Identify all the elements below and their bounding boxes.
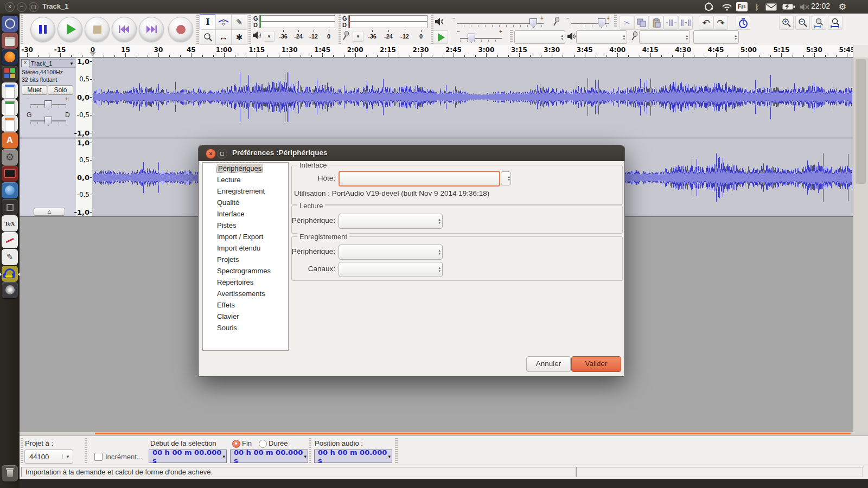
launcher-item-workspace-switcher[interactable] bbox=[2, 66, 18, 82]
multi-tool-button[interactable]: ✱ bbox=[231, 29, 247, 45]
vertical-scale-left-channel[interactable]: 1,00,50,0-0,5-1,0 bbox=[76, 57, 93, 137]
category-item-enregistrement[interactable]: Enregistrement bbox=[203, 185, 288, 197]
category-item-spectrogrammes[interactable]: Spectrogrammes bbox=[203, 265, 288, 277]
dialog-maximize-button[interactable] bbox=[217, 149, 227, 159]
fit-project-button[interactable] bbox=[828, 16, 843, 30]
end-grip[interactable] bbox=[395, 438, 398, 463]
host-select[interactable] bbox=[339, 171, 500, 187]
ok-button[interactable]: Valider bbox=[571, 356, 621, 372]
snap-checkbox[interactable] bbox=[94, 453, 103, 461]
track-menu-button[interactable]: Track_1 ▼ bbox=[29, 59, 75, 68]
launcher-item-libreoffice-writer[interactable] bbox=[2, 82, 18, 99]
category-item-avertissements[interactable]: Avertissements bbox=[203, 288, 288, 299]
snap-grip[interactable] bbox=[85, 438, 87, 463]
launcher-item-trash[interactable] bbox=[2, 465, 18, 481]
category-item-interface[interactable]: Interface bbox=[203, 208, 288, 220]
category-item-import-tendu[interactable]: Import étendu bbox=[203, 242, 288, 254]
project-rate-select[interactable]: 44100 ▼ bbox=[24, 450, 73, 464]
recording-device-select[interactable]: ▴▾ bbox=[639, 30, 690, 44]
timeshift-tool-button[interactable]: ↔ bbox=[215, 29, 232, 45]
battery-icon[interactable] bbox=[782, 2, 795, 11]
playback-device-combo[interactable]: ▴▾ bbox=[339, 214, 443, 229]
paste-button[interactable] bbox=[649, 16, 663, 30]
stop-button[interactable] bbox=[85, 17, 110, 42]
silence-audio-button[interactable] bbox=[678, 16, 693, 30]
recording-meter-right-bar[interactable] bbox=[348, 22, 427, 28]
playback-meter-dropdown[interactable]: ▼ bbox=[264, 31, 275, 42]
clock[interactable]: 22:02 bbox=[811, 2, 830, 10]
channels-combo[interactable]: ▴▾ bbox=[339, 262, 443, 277]
launcher-item-disk-utility[interactable] bbox=[2, 282, 18, 298]
launcher-item-thunderbird[interactable] bbox=[2, 182, 18, 198]
bluetooth-icon[interactable]: ᛒ bbox=[755, 2, 760, 11]
recording-meter-left-bar[interactable] bbox=[348, 15, 427, 22]
dialog-titlebar[interactable]: × Préférences :Périphériques bbox=[199, 145, 624, 161]
volume-muted-icon[interactable] bbox=[800, 2, 810, 11]
preferences-category-list[interactable]: PériphériquesLectureEnregistrementQualit… bbox=[202, 162, 289, 351]
play-at-speed-button[interactable] bbox=[433, 30, 448, 44]
launcher-item-libreoffice-impress[interactable] bbox=[2, 115, 18, 132]
zoom-out-button[interactable] bbox=[795, 16, 810, 30]
zoom-tool-button[interactable] bbox=[200, 29, 216, 45]
collapse-track-button[interactable]: △ bbox=[34, 208, 65, 216]
position-grip[interactable] bbox=[309, 438, 311, 463]
host-device-select[interactable]: ▴▾ bbox=[514, 30, 565, 44]
tools-grip[interactable] bbox=[196, 15, 199, 44]
keyboard-layout-indicator[interactable]: Fr1 bbox=[736, 2, 748, 11]
ubuntu-indicator-icon[interactable] bbox=[704, 2, 713, 11]
category-item-pistes[interactable]: Pistes bbox=[203, 220, 288, 231]
copy-button[interactable] bbox=[634, 16, 649, 30]
launcher-item-media-console[interactable] bbox=[2, 165, 18, 182]
audio-position-timefield[interactable]: 00 h 00 m 00.000 s ▾ bbox=[314, 450, 392, 463]
undo-button[interactable]: ↶ bbox=[699, 16, 713, 30]
selection-tool-button[interactable]: I bbox=[200, 14, 216, 30]
recording-channels-select[interactable]: ▴▾ bbox=[693, 30, 739, 44]
playback-meter-right-bar[interactable] bbox=[259, 22, 335, 28]
mute-button[interactable]: Muet bbox=[22, 85, 47, 95]
category-item-effets[interactable]: Effets bbox=[203, 299, 288, 311]
launcher-item-archive-app[interactable] bbox=[2, 199, 18, 215]
launcher-item-software-center[interactable]: A bbox=[2, 132, 18, 149]
draw-tool-button[interactable]: ✎ bbox=[231, 14, 247, 30]
horizontal-scrollbar-thumb[interactable] bbox=[95, 433, 851, 434]
solo-button[interactable]: Solo bbox=[48, 85, 73, 95]
selection-start-timefield[interactable]: 00 h 00 m 00.000 s ▾ bbox=[149, 450, 227, 463]
vertical-scale-right-channel[interactable]: 1,00,50,0-0,5-1,0 bbox=[76, 139, 93, 216]
category-item-p-riph-riques[interactable]: Périphériques bbox=[203, 163, 288, 174]
transport-grip[interactable] bbox=[21, 15, 23, 44]
timeline-ruler[interactable]: -30-1501530451:001:151:301:452:002:152:3… bbox=[20, 45, 868, 57]
track-close-button[interactable]: × bbox=[21, 59, 29, 67]
pause-button[interactable] bbox=[30, 17, 55, 42]
category-item-souris[interactable]: Souris bbox=[203, 322, 288, 333]
launcher-item-audacity[interactable] bbox=[2, 266, 18, 282]
host-spinner[interactable]: ▴▾ bbox=[501, 171, 511, 185]
radio-duration[interactable] bbox=[259, 440, 267, 448]
playback-device-select[interactable]: ▴▾ bbox=[576, 30, 627, 44]
timer-record-button[interactable] bbox=[736, 16, 750, 30]
cut-button[interactable]: ✂ bbox=[620, 16, 634, 30]
vertical-scrollbar-thumb[interactable] bbox=[856, 59, 866, 184]
play-button[interactable] bbox=[58, 17, 82, 42]
launcher-item-firefox[interactable] bbox=[2, 49, 18, 65]
envelope-tool-button[interactable] bbox=[215, 14, 232, 30]
dialog-close-button[interactable]: × bbox=[206, 149, 216, 159]
skip-to-start-button[interactable] bbox=[112, 17, 137, 42]
recording-meter-grip[interactable] bbox=[339, 15, 341, 44]
category-item-qualit-[interactable]: Qualité bbox=[203, 197, 288, 208]
record-button[interactable] bbox=[168, 17, 193, 42]
trim-audio-button[interactable] bbox=[663, 16, 678, 30]
launcher-item-libreoffice-calc[interactable] bbox=[2, 99, 18, 115]
selection-toolbar-grip[interactable] bbox=[21, 438, 23, 463]
launcher-item-file-manager[interactable] bbox=[2, 33, 18, 49]
edit-toolbar-grip[interactable] bbox=[614, 15, 617, 28]
launcher-item-texmaker[interactable]: TeX bbox=[2, 215, 18, 232]
recording-meter-dropdown[interactable]: ▼ bbox=[353, 31, 363, 42]
category-item-projets[interactable]: Projets bbox=[203, 254, 288, 265]
mail-icon[interactable] bbox=[765, 2, 777, 11]
playback-meter-left-bar[interactable] bbox=[259, 15, 335, 22]
skip-to-end-button[interactable] bbox=[139, 17, 164, 42]
category-item-r-pertoires[interactable]: Répertoires bbox=[203, 277, 288, 288]
pan-thumb[interactable] bbox=[44, 117, 52, 126]
zoom-in-button[interactable] bbox=[779, 16, 794, 30]
launcher-item-system-settings[interactable]: ⚙ bbox=[2, 149, 18, 165]
